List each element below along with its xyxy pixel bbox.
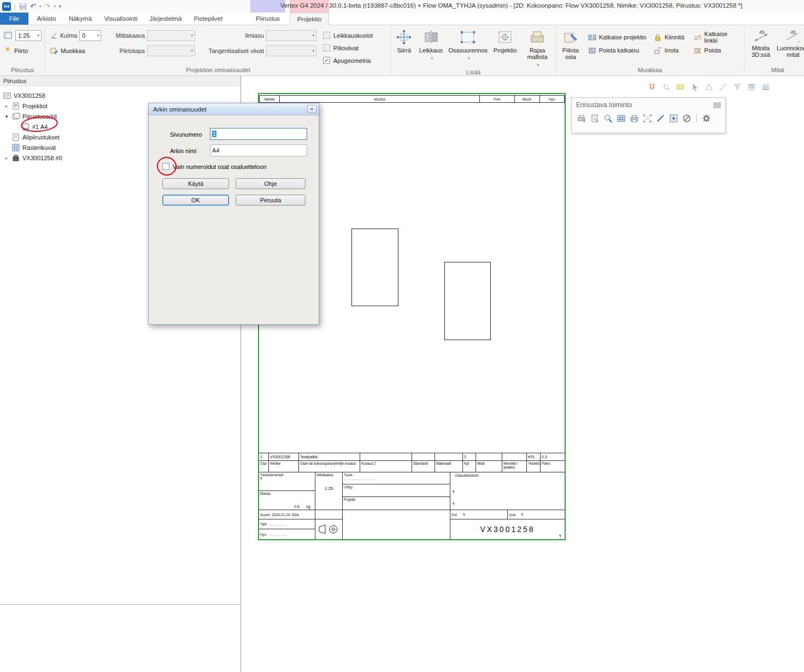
table-icon[interactable] — [617, 114, 626, 123]
layers-icon[interactable] — [747, 83, 756, 91]
tab-visualisointi[interactable]: Visualisointi — [99, 13, 142, 25]
leikkauskuviot-checkbox[interactable]: Leikkauskuviot — [323, 30, 388, 41]
page-number-input[interactable]: 1 — [210, 128, 307, 140]
mittakaava-label: Mittakaava — [112, 32, 145, 39]
revision-table: Merkki Muutos Pvm Muutt. Hyv. — [259, 95, 565, 103]
print-icon[interactable] — [630, 114, 639, 123]
save-icon[interactable] — [19, 3, 27, 10]
tab-jarjestelma[interactable]: Järjestelmä — [146, 13, 185, 25]
apugeometria-checkbox[interactable]: ✓ Apugeometria — [323, 55, 388, 66]
projektio-button[interactable]: Projektio — [491, 26, 519, 68]
redo-dropdown-icon[interactable]: ▾ — [54, 4, 56, 9]
tab-file[interactable]: File — [0, 13, 28, 25]
kulma-label: Kulma — [60, 32, 77, 39]
kayta-button[interactable]: Käytä — [162, 178, 229, 189]
close-icon[interactable]: × — [307, 105, 316, 113]
titlebar: G4 | ↶ ▾ ↷ ▾ ▾ Vertex G4 2024 / 30.0.1-b… — [0, 0, 804, 13]
filter-icon[interactable] — [733, 83, 742, 91]
poista-katkaisu-button[interactable]: Poista katkaisu — [586, 44, 649, 57]
predictive-panel-collapse-button[interactable] — [713, 102, 721, 108]
tangentiaaliset-label: Tangentiaaliset viivat — [204, 48, 264, 54]
undo-icon[interactable]: ↶ — [30, 3, 36, 10]
properties-icon[interactable] — [590, 114, 600, 123]
mittakaava-combo[interactable]: ▾ — [147, 30, 195, 41]
cursor-icon[interactable] — [690, 83, 699, 91]
tb-cell — [360, 453, 412, 460]
app-logo-icon[interactable]: G4 — [2, 2, 11, 11]
ribbon-group-label: Piirustus — [0, 66, 45, 75]
numbered-parts-checkbox[interactable] — [162, 163, 169, 170]
add-icon[interactable] — [669, 114, 678, 123]
draw-line-icon[interactable] — [656, 114, 665, 123]
osasuurennos-button[interactable]: Osasuurennos ▾ — [448, 26, 489, 68]
ohje-button[interactable]: Ohje — [236, 178, 306, 189]
tab-nakyma[interactable]: Näkymä — [66, 13, 95, 25]
tb-header: Paino — [541, 461, 565, 472]
sheet-name-input[interactable]: A4 — [210, 144, 307, 156]
kiinnita-button[interactable]: Kiinnitä — [652, 31, 689, 44]
sheet-properties-dialog: Arkin ominaisuudet × Sivunumero 1 Arkin … — [148, 103, 319, 325]
dialog-titlebar[interactable]: Arkin ominaisuudet × — [149, 103, 319, 115]
luonnoksen-mitat-button[interactable]: 45 Luonnoksen mitat — [777, 26, 804, 66]
measure-icon[interactable] — [719, 83, 727, 91]
tab-projektio[interactable]: Projektio — [290, 13, 329, 25]
ok-button[interactable]: OK — [162, 195, 229, 206]
tree-item-drawing[interactable]: VX3001258 — [0, 90, 240, 101]
settings-gear-icon[interactable] — [702, 114, 711, 123]
print-setup-icon[interactable] — [577, 114, 586, 123]
snap-icon[interactable] — [648, 83, 656, 91]
rajaa-mallista-button[interactable]: Rajaa mallista ▾ — [521, 26, 553, 68]
piirtotapa-combo[interactable]: ▾ — [147, 45, 195, 56]
projection-icon — [497, 29, 513, 45]
chevron-collapsed-icon[interactable]: ▸ — [3, 103, 10, 109]
peruuta-button[interactable]: Peruuta — [236, 195, 306, 206]
list-icon[interactable] — [761, 83, 770, 91]
tb-product-cell: Tuote .................... — [343, 472, 450, 484]
leikkaus-button[interactable]: Leikkaus ▾ — [417, 26, 445, 68]
tab-piirustus[interactable]: Piirustus — [250, 13, 285, 25]
tab-arkisto[interactable]: Arkisto — [32, 13, 61, 25]
siirra-button[interactable]: Siirrä — [394, 26, 415, 68]
svg-text:45: 45 — [759, 30, 765, 35]
separator — [696, 114, 697, 123]
chevron-collapsed-icon[interactable]: ▸ — [3, 155, 10, 161]
crop-icon[interactable] — [662, 83, 671, 91]
panel-splitter[interactable] — [0, 604, 240, 605]
piiloviivat-checkbox[interactable]: Piiloviivat — [323, 42, 388, 54]
edit-hand-icon — [50, 46, 58, 55]
chevron-expanded-icon[interactable]: ▾ — [3, 114, 10, 119]
katkaise-projektio-button[interactable]: Katkaise projektio — [586, 31, 649, 44]
kulma-combo[interactable]: 0▾ — [79, 30, 101, 41]
poista-button[interactable]: Poista — [692, 44, 742, 57]
tb-projection-symbol-cell — [315, 519, 342, 539]
section-icon — [423, 29, 439, 45]
katkaise-linkki-button[interactable]: Katkaise linkki — [692, 31, 742, 44]
tb-approved-cell: Hyv. ........... — [259, 529, 315, 539]
qat-customize-icon[interactable]: ▾ — [59, 4, 61, 9]
ilmiasu-combo[interactable]: ▾ — [266, 30, 316, 41]
unpin-icon — [654, 46, 662, 55]
tb-cell — [412, 453, 435, 460]
none-icon[interactable] — [682, 114, 691, 123]
projection-view-rect[interactable] — [444, 262, 491, 340]
mitoita-3d-button[interactable]: 45 Mitoita 3D:ssä — [747, 26, 775, 66]
ribbon-group-label: Projektion ominaisuudet — [45, 66, 391, 75]
projection-view-rect[interactable] — [351, 229, 398, 306]
tab-pistepilvet[interactable]: Pistepilvet — [190, 13, 226, 25]
style-icon[interactable] — [676, 83, 685, 91]
tb-new-cell: Uusi¶ — [508, 510, 565, 519]
tb-header: Mitat — [476, 461, 502, 472]
piilota-osia-button[interactable]: Piilota osia — [558, 26, 583, 66]
piirto-button[interactable]: Piirto — [3, 45, 42, 57]
zoom-icon[interactable] — [603, 114, 613, 123]
redo-icon[interactable]: ↷ — [44, 3, 50, 10]
drawing-scale-combo[interactable]: 1:25▾ — [15, 30, 42, 41]
triangle-icon[interactable] — [705, 83, 713, 91]
drawing-canvas[interactable]: Merkki Muutos Pvm Muutt. Hyv. 1 VX300125… — [241, 76, 804, 672]
muokkaa-button[interactable]: Muokkaa — [50, 45, 112, 57]
frame-icon[interactable] — [643, 114, 652, 123]
ribbon-group-label: Muokkaa — [556, 66, 744, 75]
irrota-button[interactable]: Irrota — [652, 44, 689, 57]
tangentiaaliset-combo[interactable]: ▾ — [266, 45, 316, 56]
undo-dropdown-icon[interactable]: ▾ — [39, 4, 42, 9]
